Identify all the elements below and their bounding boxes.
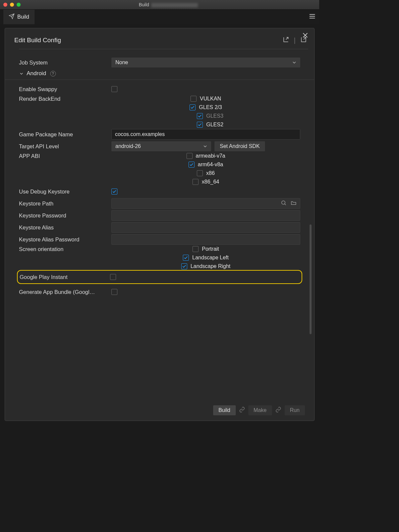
row-google-play-instant-highlight: Google Play Instant [17,270,302,284]
option-landscape-left: Landscape Left [192,255,228,261]
link-icon[interactable] [239,407,245,414]
edit-build-config-panel: Edit Build Config | Job System None Andr… [5,28,315,421]
button-build[interactable]: Build [213,405,236,415]
select-target-api[interactable]: android-26 [111,141,211,151]
select-value: android-26 [115,143,141,149]
checkbox-google-play-instant[interactable] [110,274,116,280]
input-keystore-password[interactable] [111,210,300,221]
row-package-name: Game Package Name [5,128,314,140]
checkbox-gles23[interactable] [190,104,196,110]
tab-label: Build [17,14,29,20]
row-keystore-path: Keystore Path [5,198,314,209]
hamburger-menu-icon[interactable] [309,13,316,21]
row-enable-swappy: Enable Swappy [5,83,314,95]
chevron-down-icon [19,71,24,76]
chevron-down-icon [292,60,297,66]
checkbox-arm64-v8a[interactable] [189,162,195,168]
traffic-lights [3,3,21,7]
chevron-down-icon [202,144,208,150]
checkbox-app-bundle[interactable] [111,289,117,295]
option-gles3: GLES3 [206,113,223,119]
checkbox-armeabi-v7a[interactable] [187,153,193,159]
row-job-system: Job System None [5,57,314,68]
select-value: None [115,60,128,66]
row-keystore-alias-password: Keystore Alias Password [5,233,314,245]
checkbox-landscape-right[interactable] [181,263,187,269]
option-portrait: Portrait [202,246,219,252]
label-render-backend: Render BackEnd [19,96,111,102]
checkbox-gles2[interactable] [197,122,203,128]
button-make[interactable]: Make [248,405,272,415]
option-gles23: GLES 2/3 [199,104,222,110]
option-vulkan: VULKAN [200,96,221,102]
input-keystore-alias[interactable] [111,222,300,233]
option-x86: x86 [206,170,215,176]
row-app-bundle: Generate App Bundle (Googl… [5,286,314,298]
row-screen-orientation: Screen orientation Portrait Landscape Le… [5,245,314,270]
row-keystore-alias: Keystore Alias [5,221,314,233]
section-label: Android [27,70,46,77]
option-landscape-right: Landscape Right [191,263,230,269]
input-keystore-alias-password[interactable] [111,234,300,245]
svg-line-6 [285,204,286,205]
paper-plane-icon [9,13,15,21]
checkbox-portrait[interactable] [193,246,199,252]
svg-point-5 [282,201,285,204]
checkbox-use-debug-keystore[interactable] [111,189,117,195]
option-armeabi: armeabi-v7a [196,153,225,159]
help-icon[interactable]: ? [50,71,56,76]
form-content: Job System None Android ? Enable Swappy … [5,55,314,396]
panel-header: Edit Build Config | [5,28,314,49]
checkbox-vulkan[interactable] [191,96,197,102]
close-panel-button[interactable] [302,32,309,40]
folder-open-icon[interactable] [291,200,297,207]
button-set-android-sdk[interactable]: Set Android SDK [214,141,265,151]
checkbox-gles3[interactable] [197,113,203,119]
option-x86-64: x86_64 [202,179,219,185]
window-title: Build [21,2,316,7]
label-screen-orientation: Screen orientation [19,246,111,252]
button-run[interactable]: Run [285,405,305,415]
import-icon[interactable] [283,36,289,44]
checkbox-x86[interactable] [197,170,203,176]
option-gles2: GLES2 [206,122,223,128]
minimize-window-button[interactable] [10,3,14,7]
checkbox-landscape-left[interactable] [183,255,189,261]
header-divider [19,49,308,49]
link-icon[interactable] [275,407,281,414]
panel-footer: Build Make Run [5,400,314,421]
label-app-bundle: Generate App Bundle (Googl… [19,289,111,295]
search-icon[interactable] [281,200,287,207]
select-job-system[interactable]: None [111,58,300,67]
input-package-name[interactable] [111,129,300,140]
label-keystore-alias-password: Keystore Alias Password [19,236,111,243]
tab-build[interactable]: Build [3,10,35,24]
separator: | [294,37,296,44]
row-keystore-password: Keystore Password [5,209,314,221]
label-target-api: Target API Level [19,143,111,150]
label-package-name: Game Package Name [19,131,111,138]
label-keystore-password: Keystore Password [19,212,111,219]
row-target-api: Target API Level android-26 Set Android … [5,140,314,152]
label-keystore-path: Keystore Path [19,200,111,207]
label-keystore-alias: Keystore Alias [19,224,111,231]
row-app-abi: APP ABI armeabi-v7a arm64-v8a x86 x86_64 [5,152,314,186]
label-job-system: Job System [19,60,111,66]
row-use-debug-keystore: Use Debug Keystore [5,186,314,198]
label-use-debug-keystore: Use Debug Keystore [19,189,111,195]
checkbox-x86-64[interactable] [193,179,199,185]
tab-bar: Build [0,10,319,24]
label-google-play-instant: Google Play Instant [20,274,110,280]
section-android[interactable]: Android ? [5,68,314,80]
row-render-backend: Render BackEnd VULKAN GLES 2/3 GLES3 GLE… [5,95,314,128]
close-window-button[interactable] [3,3,7,7]
window-titlebar: Build [0,0,319,10]
scrollbar[interactable] [310,224,312,334]
label-app-abi: APP ABI [19,153,111,159]
input-keystore-path[interactable] [111,198,300,209]
label-enable-swappy: Enable Swappy [19,86,111,92]
checkbox-enable-swappy[interactable] [111,86,117,92]
row-google-play-instant: Google Play Instant [20,272,300,282]
maximize-window-button[interactable] [17,3,21,7]
panel-title: Edit Build Config [14,37,278,44]
